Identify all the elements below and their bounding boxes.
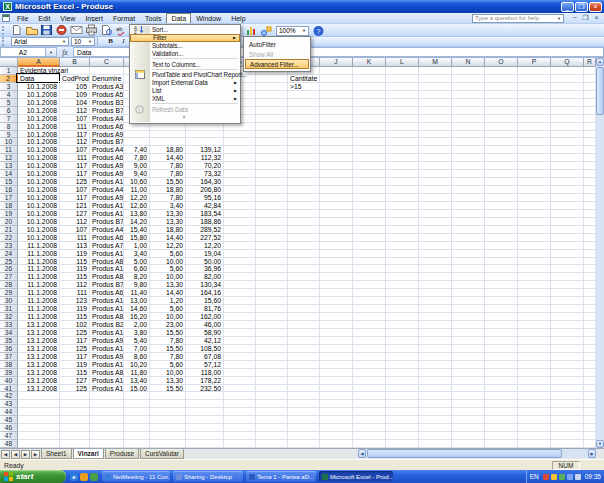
cell-i19[interactable] — [288, 210, 320, 218]
cell-a21[interactable]: 10.1.2008 — [18, 226, 60, 234]
cell-k48[interactable] — [353, 440, 386, 448]
cell-b34[interactable]: 125 — [60, 329, 90, 337]
cell-c10[interactable]: Produs B7 — [90, 138, 124, 146]
cell-n7[interactable] — [452, 115, 485, 123]
cell-c42[interactable] — [90, 392, 124, 400]
cell-o32[interactable] — [485, 313, 518, 321]
cell-o10[interactable] — [485, 138, 518, 146]
cell-j37[interactable] — [320, 353, 353, 361]
cell-i16[interactable] — [288, 186, 320, 194]
cell-l5[interactable] — [386, 99, 419, 107]
cell-r7[interactable] — [584, 115, 596, 123]
cell-m27[interactable] — [419, 273, 452, 281]
row-header-24[interactable]: 24 — [0, 250, 18, 258]
tray-icon[interactable] — [575, 474, 581, 480]
row-header-17[interactable]: 17 — [0, 194, 18, 202]
cell-c30[interactable]: Produs A12 — [90, 297, 124, 305]
cell-f31[interactable]: 81,76 — [186, 305, 224, 313]
cell-i28[interactable] — [288, 281, 320, 289]
cell-j14[interactable] — [320, 170, 353, 178]
cell-q27[interactable] — [551, 273, 584, 281]
cell-n23[interactable] — [452, 242, 485, 250]
cell-k30[interactable] — [353, 297, 386, 305]
cell-a7[interactable]: 10.1.2008 — [18, 115, 60, 123]
cell-p33[interactable] — [518, 321, 551, 329]
row-header-20[interactable]: 20 — [0, 218, 18, 226]
cell-r17[interactable] — [584, 194, 596, 202]
cell-f21[interactable]: 289,52 — [186, 226, 224, 234]
cell-h10[interactable] — [256, 138, 288, 146]
cell-q18[interactable] — [551, 202, 584, 210]
cell-j39[interactable] — [320, 369, 353, 377]
cell-n30[interactable] — [452, 297, 485, 305]
cell-e20[interactable]: 13,30 — [150, 218, 186, 226]
cell-c26[interactable]: Produs A10 — [90, 265, 124, 273]
cell-g13[interactable] — [224, 162, 256, 170]
menu-file[interactable]: File — [12, 14, 33, 23]
cell-r34[interactable] — [584, 329, 596, 337]
row-header-46[interactable]: 46 — [0, 424, 18, 432]
cell-c4[interactable]: Produs A5 — [90, 91, 124, 99]
row-header-18[interactable]: 18 — [0, 202, 18, 210]
cell-j5[interactable] — [320, 99, 353, 107]
cell-f26[interactable]: 36,96 — [186, 265, 224, 273]
cell-j18[interactable] — [320, 202, 353, 210]
cell-q9[interactable] — [551, 131, 584, 139]
tray-icon[interactable] — [559, 474, 565, 480]
cell-p5[interactable] — [518, 99, 551, 107]
cell-k3[interactable] — [353, 83, 386, 91]
cell-n29[interactable] — [452, 289, 485, 297]
cell-k23[interactable] — [353, 242, 386, 250]
cell-l2[interactable] — [386, 75, 419, 83]
cell-i26[interactable] — [288, 265, 320, 273]
scroll-up-icon[interactable]: ▲ — [596, 58, 604, 66]
cell-o39[interactable] — [485, 369, 518, 377]
cell-m35[interactable] — [419, 337, 452, 345]
taskbar-button-sharing-desktop[interactable]: Sharing - Desktop — [173, 471, 243, 482]
cell-g34[interactable] — [224, 329, 256, 337]
cell-l6[interactable] — [386, 107, 419, 115]
cell-f24[interactable]: 19,04 — [186, 250, 224, 258]
cell-o25[interactable] — [485, 258, 518, 266]
cell-l46[interactable] — [386, 424, 419, 432]
font-name-select[interactable]: Arial ▼ — [11, 37, 69, 46]
cell-m37[interactable] — [419, 353, 452, 361]
cell-d10[interactable] — [124, 138, 150, 146]
cell-n33[interactable] — [452, 321, 485, 329]
cell-h3[interactable] — [256, 83, 288, 91]
row-header-7[interactable]: 7 — [0, 115, 18, 123]
cell-i15[interactable] — [288, 178, 320, 186]
toolbar-grip[interactable] — [2, 37, 7, 46]
cell-d40[interactable]: 13,40 — [124, 377, 150, 385]
cell-l41[interactable] — [386, 385, 419, 393]
cell-i11[interactable] — [288, 146, 320, 154]
cell-i33[interactable] — [288, 321, 320, 329]
cell-i48[interactable] — [288, 440, 320, 448]
cell-p6[interactable] — [518, 107, 551, 115]
cell-f45[interactable] — [186, 416, 224, 424]
cell-n47[interactable] — [452, 432, 485, 440]
cell-f46[interactable] — [186, 424, 224, 432]
cell-o45[interactable] — [485, 416, 518, 424]
cell-r1[interactable] — [584, 67, 596, 75]
cell-n31[interactable] — [452, 305, 485, 313]
cell-c22[interactable]: Produs A6 — [90, 234, 124, 242]
cell-l47[interactable] — [386, 432, 419, 440]
help-question-box[interactable]: Type a question for help ▼ — [472, 14, 564, 23]
cell-e27[interactable]: 10,00 — [150, 273, 186, 281]
cell-l21[interactable] — [386, 226, 419, 234]
cell-k41[interactable] — [353, 385, 386, 393]
cell-o46[interactable] — [485, 424, 518, 432]
row-header-40[interactable]: 40 — [0, 377, 18, 385]
cell-l29[interactable] — [386, 289, 419, 297]
cell-h30[interactable] — [256, 297, 288, 305]
cell-f41[interactable]: 232,50 — [186, 385, 224, 393]
cell-e43[interactable] — [150, 400, 186, 408]
cell-k15[interactable] — [353, 178, 386, 186]
cell-j24[interactable] — [320, 250, 353, 258]
cell-i18[interactable] — [288, 202, 320, 210]
cell-p2[interactable] — [518, 75, 551, 83]
language-indicator[interactable]: EN — [530, 473, 539, 480]
cell-o41[interactable] — [485, 385, 518, 393]
cell-b9[interactable]: 117 — [60, 131, 90, 139]
